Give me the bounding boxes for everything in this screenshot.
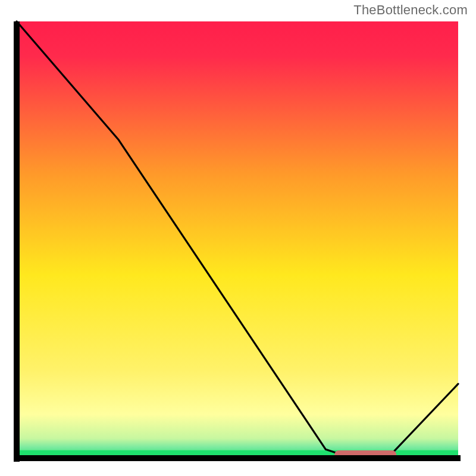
- chart-container: TheBottleneck.com: [0, 0, 476, 476]
- watermark-text: TheBottleneck.com: [353, 2, 468, 18]
- bottleneck-chart: [12, 19, 463, 463]
- chart-svg: [12, 19, 463, 463]
- heat-gradient: [17, 21, 458, 458]
